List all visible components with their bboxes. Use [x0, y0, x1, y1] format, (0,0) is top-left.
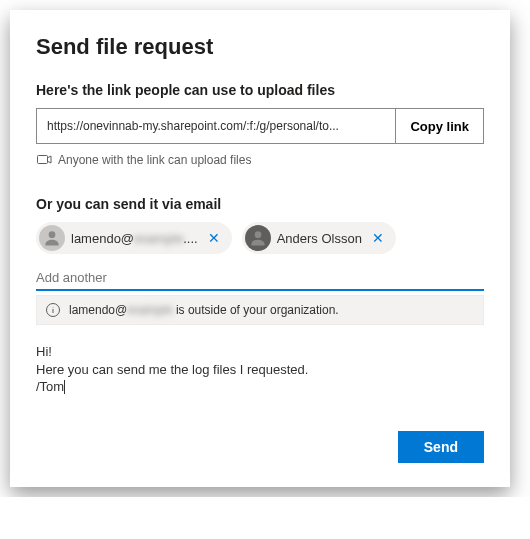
add-recipient-input[interactable] [36, 266, 484, 291]
dialog-footer: Send [36, 431, 484, 463]
message-textarea[interactable]: Hi! Here you can send me the log files I… [36, 343, 484, 403]
recipient-chips: lamendo@example.... ✕ Anders Olsson ✕ [36, 222, 484, 254]
send-file-request-dialog: Send file request Here's the link people… [10, 10, 510, 487]
recipient-label: Anders Olsson [277, 231, 362, 246]
svg-rect-0 [38, 156, 48, 164]
permission-text: Anyone with the link can upload files [58, 153, 251, 167]
avatar-photo-icon [245, 225, 271, 251]
share-link-input[interactable] [37, 109, 395, 143]
remove-recipient-button[interactable]: ✕ [204, 230, 224, 246]
email-heading: Or you can send it via email [36, 196, 484, 212]
send-button[interactable]: Send [398, 431, 484, 463]
external-user-warning: lamendo@example is outside of your organ… [36, 295, 484, 325]
copy-link-button[interactable]: Copy link [395, 109, 483, 143]
link-permission-icon [36, 152, 52, 168]
link-row: Copy link [36, 108, 484, 144]
permission-row: Anyone with the link can upload files [36, 152, 484, 168]
link-heading: Here's the link people can use to upload… [36, 82, 484, 98]
dialog-title: Send file request [36, 34, 484, 60]
svg-point-2 [254, 231, 261, 238]
recipient-chip[interactable]: lamendo@example.... ✕ [36, 222, 232, 254]
remove-recipient-button[interactable]: ✕ [368, 230, 388, 246]
warning-text: lamendo@example is outside of your organ… [69, 303, 339, 317]
svg-point-1 [49, 231, 56, 238]
avatar-placeholder-icon [39, 225, 65, 251]
recipient-label: lamendo@example.... [71, 231, 198, 246]
recipient-chip[interactable]: Anders Olsson ✕ [242, 222, 396, 254]
info-icon [45, 302, 61, 318]
